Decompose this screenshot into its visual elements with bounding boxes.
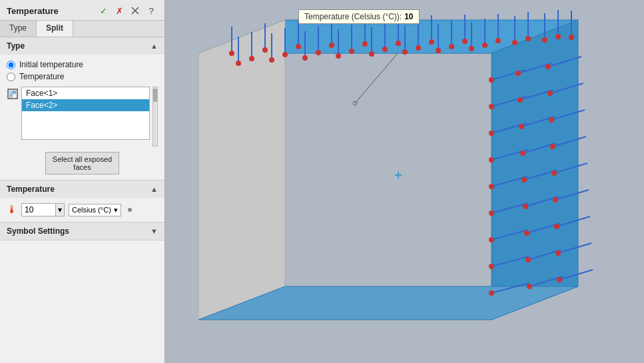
- type-section: Type ▲ Initial temperature Temperature: [0, 37, 164, 181]
- radio-temperature-input[interactable]: [7, 73, 15, 81]
- symbol-settings-header[interactable]: Symbol Settings ▼: [0, 222, 164, 240]
- svg-point-59: [269, 57, 274, 63]
- left-panel: Temperature ✓ ✗ ? Type Split Type ▲: [0, 0, 165, 363]
- tab-split[interactable]: Split: [37, 21, 73, 37]
- svg-point-35: [249, 56, 254, 61]
- svg-point-25: [429, 39, 434, 45]
- svg-point-55: [569, 35, 574, 40]
- viewport[interactable]: Temperature (Celsius (°C)): 10: [165, 0, 644, 363]
- svg-rect-5: [9, 94, 13, 97]
- temp-value-container: ▾: [21, 203, 65, 216]
- svg-point-109: [545, 64, 551, 69]
- svg-point-95: [519, 124, 524, 129]
- svg-point-113: [549, 117, 554, 123]
- help-button[interactable]: ?: [145, 4, 158, 17]
- svg-point-97: [520, 151, 525, 156]
- tab-type[interactable]: Type: [0, 21, 37, 37]
- face-list-icon: [7, 88, 19, 100]
- svg-point-63: [336, 53, 341, 59]
- radio-initial-temperature[interactable]: Initial temperature: [7, 60, 158, 69]
- temperature-chevron-icon: ▲: [151, 185, 158, 193]
- svg-point-123: [555, 250, 561, 256]
- svg-point-67: [402, 49, 408, 55]
- svg-point-27: [462, 39, 468, 44]
- svg-marker-9: [198, 20, 285, 320]
- temp-small-dot: [128, 208, 132, 212]
- svg-rect-4: [13, 91, 16, 94]
- panel-title: Temperature: [7, 6, 59, 16]
- svg-point-45: [416, 45, 421, 51]
- select-exposed-faces-button[interactable]: Select all exposedfaces: [45, 152, 119, 175]
- cube-svg: +: [165, 0, 644, 363]
- face-list-container: Face<1> Face<2>: [7, 87, 158, 147]
- svg-point-75: [489, 104, 494, 109]
- reject-button[interactable]: ✗: [113, 4, 126, 17]
- svg-point-117: [551, 171, 557, 176]
- svg-point-61: [302, 55, 308, 61]
- svg-point-85: [489, 237, 494, 242]
- symbol-settings-label: Symbol Settings: [7, 226, 69, 236]
- face-item-2[interactable]: Face<2>: [22, 99, 149, 111]
- svg-point-77: [489, 131, 494, 136]
- svg-text:+: +: [394, 168, 402, 182]
- temp-unit-container[interactable]: Celsius (°C) ▾: [69, 204, 121, 216]
- svg-point-71: [469, 46, 474, 51]
- temperature-input[interactable]: [22, 204, 55, 216]
- svg-point-29: [495, 38, 501, 43]
- svg-point-105: [525, 257, 531, 262]
- svg-point-79: [489, 157, 494, 163]
- svg-point-93: [517, 97, 523, 103]
- svg-point-111: [547, 91, 553, 96]
- svg-point-83: [489, 210, 494, 216]
- svg-point-115: [550, 144, 555, 149]
- accept-button[interactable]: ✓: [97, 4, 110, 17]
- symbol-settings-section: Symbol Settings ▼: [0, 222, 164, 240]
- type-chevron-icon: ▲: [151, 42, 158, 50]
- tooltip-label: Temperature (Celsius (°C)):: [304, 12, 402, 21]
- radio-temperature[interactable]: Temperature: [7, 72, 158, 81]
- svg-point-119: [553, 197, 558, 202]
- thermometer-icon: 🌡: [7, 204, 17, 216]
- svg-point-49: [482, 43, 487, 48]
- svg-rect-3: [9, 91, 13, 94]
- face-list: Face<1> Face<2>: [21, 87, 150, 140]
- face-item-1[interactable]: Face<1>: [22, 87, 149, 99]
- svg-point-51: [512, 40, 517, 45]
- type-section-label: Type: [7, 41, 25, 51]
- svg-point-21: [362, 41, 368, 47]
- svg-point-47: [449, 44, 454, 49]
- svg-point-89: [489, 290, 494, 296]
- header-icons: ✓ ✗ ?: [97, 4, 158, 17]
- pin-button[interactable]: [129, 4, 142, 17]
- svg-point-13: [229, 51, 234, 56]
- svg-point-31: [525, 36, 531, 41]
- svg-point-65: [369, 51, 374, 57]
- svg-point-81: [489, 184, 494, 189]
- svg-point-101: [523, 204, 528, 209]
- panel-header: Temperature ✓ ✗ ?: [0, 0, 164, 21]
- temperature-section-label: Temperature: [7, 184, 55, 194]
- svg-point-53: [542, 37, 547, 43]
- svg-point-107: [527, 284, 532, 289]
- type-section-header[interactable]: Type ▲: [0, 37, 164, 55]
- temperature-section-header[interactable]: Temperature ▲: [0, 181, 164, 198]
- svg-point-57: [236, 61, 241, 66]
- temperature-section: Temperature ▲ 🌡 ▾ Celsius (°C) ▾: [0, 181, 164, 222]
- radio-initial-input[interactable]: [7, 61, 15, 69]
- svg-point-43: [382, 47, 388, 52]
- svg-point-121: [554, 224, 559, 229]
- scrollbar-thumb: [153, 89, 157, 102]
- temperature-section-content: 🌡 ▾ Celsius (°C) ▾: [0, 198, 164, 222]
- temp-value-dropdown-btn[interactable]: ▾: [55, 204, 64, 216]
- svg-point-15: [262, 47, 268, 53]
- svg-point-17: [296, 44, 301, 49]
- svg-point-73: [489, 77, 494, 83]
- temp-unit-dropdown-icon: ▾: [114, 206, 118, 214]
- svg-point-99: [521, 177, 527, 182]
- type-radio-group: Initial temperature Temperature: [7, 60, 158, 81]
- tabs-bar: Type Split: [0, 21, 164, 37]
- svg-point-87: [489, 264, 494, 269]
- svg-point-19: [329, 43, 334, 48]
- svg-point-37: [282, 52, 288, 57]
- face-list-scrollbar[interactable]: [153, 87, 158, 147]
